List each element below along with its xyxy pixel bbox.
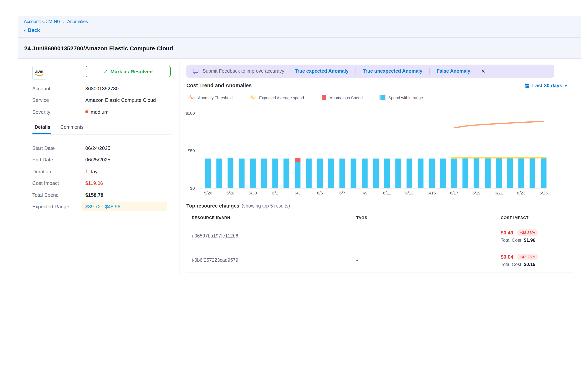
start-date-row: Start Date 06/24/2025: [32, 142, 171, 154]
page-title: 24 Jun/868001352780/Amazon Elastic Compu…: [24, 45, 173, 51]
feedback-bar: Submit Feedback to improve accuracy: Tru…: [186, 64, 554, 78]
resource-tags: -: [356, 233, 501, 239]
back-button[interactable]: ‹ Back: [24, 27, 575, 33]
svg-text:6/21: 6/21: [495, 190, 503, 196]
legend-label: Spend within range: [388, 95, 423, 100]
svg-text:6/9: 6/9: [362, 190, 368, 196]
chart-title: Cost Trend and Anomalies: [186, 83, 252, 88]
tab-comments[interactable]: Comments: [60, 124, 84, 133]
severity-dot-icon: [85, 110, 88, 114]
chat-bubble-icon: [192, 68, 199, 74]
total-spend-value: $158.78: [85, 192, 104, 198]
svg-text:5/28: 5/28: [226, 190, 234, 196]
legend-label: Anomaly Threshold: [198, 95, 233, 100]
table-row: i-0b6f257223cad9579 - $0.04 +42.26% Tota…: [186, 248, 573, 272]
check-icon: ✓: [104, 68, 108, 74]
svg-text:6/13: 6/13: [405, 190, 414, 196]
service-value: Amazon Elastic Compute Cloud: [85, 98, 156, 103]
svg-text:6/3: 6/3: [294, 190, 300, 196]
title-band: 24 Jun/868001352780/Amazon Elastic Compu…: [18, 38, 581, 59]
legend-anomaly-threshold: Anomaly Threshold: [188, 95, 233, 100]
col-tags: TAGS: [356, 216, 501, 220]
svg-text:5/26: 5/26: [204, 190, 212, 196]
svg-text:6/1: 6/1: [272, 190, 278, 196]
account-label: Account: [32, 86, 85, 92]
end-date-value: 06/25/2025: [85, 157, 110, 163]
anomaly-threshold-icon: [188, 95, 195, 100]
svg-text:6/19: 6/19: [472, 190, 480, 196]
severity-label: Severity: [32, 109, 85, 115]
svg-text:$0: $0: [190, 186, 195, 190]
top-resource-changes-table: RESOURCE ID/ARN TAGS COST IMPACT i-06597…: [186, 212, 573, 272]
total-spend-row: Total Spend $158.78: [32, 189, 171, 201]
cost-trend-chart: $0$50$1005/265/285/306/16/36/56/76/96/11…: [186, 104, 573, 198]
tab-details[interactable]: Details: [34, 124, 50, 133]
anomalous-spend-swatch: [321, 94, 327, 101]
total-spend-label: Total Spend: [32, 192, 85, 198]
date-range-label: Last 30 days: [532, 83, 562, 88]
legend-anomalous-spend: Anomalous Spend: [321, 94, 363, 101]
breadcrumb-band: Account: CCM-NG › Anomalies ‹ Back: [18, 16, 581, 38]
feedback-option-true-expected[interactable]: True expected Anomaly: [295, 68, 348, 74]
resource-id: i-06597ba197fe112b6: [192, 233, 356, 239]
svg-text:6/25: 6/25: [540, 190, 548, 196]
severity-row: Severity medium: [32, 106, 171, 118]
cost-impact-row: Cost Impact $119.06: [32, 177, 171, 189]
cost-impact-percent-badge: +42.26%: [517, 254, 538, 260]
breadcrumb-account-link[interactable]: Account: CCM-NG: [24, 19, 60, 24]
feedback-prompt: Submit Feedback to improve accuracy:: [202, 68, 286, 74]
total-cost-value: $1.96: [524, 237, 535, 243]
aws-smile-icon: [34, 74, 44, 76]
date-range-selector[interactable]: Last 30 days ▾: [524, 83, 567, 88]
duration-label: Duration: [32, 169, 85, 174]
mark-as-resolved-button[interactable]: ✓ Mark as Resolved: [86, 66, 171, 77]
svg-text:6/23: 6/23: [517, 190, 525, 196]
aws-logo-text: aws: [35, 70, 43, 74]
total-cost-label: Total Cost:: [501, 237, 522, 243]
feedback-divider: [429, 68, 430, 74]
legend-label: Expected Average spend: [259, 95, 304, 100]
breadcrumb: Account: CCM-NG › Anomalies: [24, 19, 575, 24]
svg-text:$100: $100: [186, 111, 195, 116]
active-tab-indicator: [32, 133, 51, 134]
account-value: 868001352780: [85, 86, 119, 92]
chart-legend: Anomaly Threshold Expected Average spend…: [186, 94, 573, 101]
resource-tags: -: [356, 258, 501, 263]
expected-average-icon: [250, 95, 256, 100]
svg-text:6/15: 6/15: [428, 190, 436, 196]
duration-value: 1 day: [85, 169, 98, 174]
back-chevron-icon: ‹: [24, 27, 26, 32]
col-resource-id: RESOURCE ID/ARN: [192, 216, 356, 220]
svg-text:6/5: 6/5: [317, 190, 323, 196]
aws-logo: aws: [32, 66, 46, 80]
start-date-value: 06/24/2025: [85, 145, 110, 151]
tab-divider: [32, 133, 171, 134]
resource-cost-impact: $0.04 +42.26% Total Cost: $0.15: [501, 254, 573, 267]
svg-text:$50: $50: [188, 148, 195, 153]
svg-text:6/17: 6/17: [450, 190, 458, 196]
legend-label: Anomalous Spend: [330, 95, 363, 100]
back-label: Back: [28, 27, 40, 33]
cost-impact-label: Cost Impact: [32, 180, 85, 186]
detail-tabs: Details Comments: [32, 124, 171, 133]
cost-impact-amount: $0.04: [501, 254, 513, 260]
expected-range-row: Expected Range $39.72 - $48.56: [32, 201, 171, 212]
legend-spend-within-range: Spend within range: [380, 94, 423, 101]
calendar-icon: [524, 83, 530, 88]
service-row: Service Amazon Elastic Compute Cloud: [32, 94, 171, 106]
feedback-option-false-anomaly[interactable]: False Anomaly: [436, 68, 470, 74]
resources-title: Top resource changes: [186, 203, 240, 209]
cost-impact-amount: $0.49: [501, 230, 513, 236]
legend-expected-average: Expected Average spend: [250, 95, 304, 100]
resources-subtitle: (showing top 5 results): [242, 203, 290, 209]
close-icon[interactable]: ✕: [481, 68, 486, 74]
breadcrumb-anomalies-link[interactable]: Anomalies: [67, 19, 88, 24]
anomaly-detail-page: Account: CCM-NG › Anomalies ‹ Back 24 Ju…: [0, 16, 588, 392]
table-header: RESOURCE ID/ARN TAGS COST IMPACT: [186, 212, 573, 224]
end-date-label: End Date: [32, 157, 85, 163]
svg-text:6/11: 6/11: [383, 190, 391, 196]
feedback-option-true-unexpected[interactable]: True unexpected Anomaly: [363, 68, 422, 74]
resolve-label: Mark as Resolved: [110, 68, 153, 74]
severity-badge: medium: [85, 109, 108, 115]
resource-id: i-0b6f257223cad9579: [192, 258, 356, 263]
